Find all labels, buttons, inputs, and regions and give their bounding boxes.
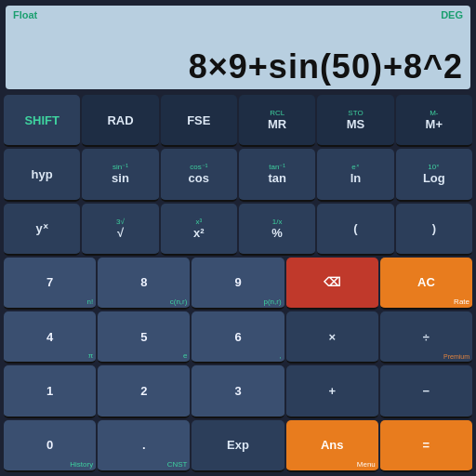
yx-button[interactable]: yˣ xyxy=(4,204,80,256)
hyp-button[interactable]: hyp xyxy=(4,149,80,201)
x2-button[interactable]: x³ x² xyxy=(161,204,237,256)
6-button[interactable]: 6 , xyxy=(192,311,284,364)
backspace-button[interactable]: ⌫ xyxy=(286,258,378,310)
button-row-3: yˣ 3√ √ x³ x² 1/x % ( ) xyxy=(4,204,472,256)
ans-button[interactable]: Ans Menu xyxy=(286,420,378,472)
float-label: Float xyxy=(13,9,37,20)
subtract-button[interactable]: − xyxy=(380,365,472,417)
log-button[interactable]: 10ˣ Log xyxy=(396,149,472,201)
ln-button[interactable]: eˣ ln xyxy=(317,149,393,201)
button-row-1: SHIFT RAD FSE RCL MR STO MS M- M+ xyxy=(4,95,472,147)
ac-button[interactable]: AC Rate xyxy=(380,258,472,310)
fse-button[interactable]: FSE xyxy=(161,95,237,147)
button-row-5: 4 π 5 e 6 , × ÷ Premium xyxy=(4,311,472,364)
divide-button[interactable]: ÷ Premium xyxy=(380,311,472,364)
3-button[interactable]: 3 xyxy=(192,365,284,417)
0-button[interactable]: 0 History xyxy=(4,420,96,472)
exp-button[interactable]: Exp xyxy=(192,420,284,472)
cos-button[interactable]: cos⁻¹ cos xyxy=(161,149,237,201)
display-area: Float DEG 8×9+sin(50)+8^2 xyxy=(6,6,470,89)
mr-button[interactable]: RCL MR xyxy=(239,95,315,147)
equals-button[interactable]: = xyxy=(380,420,472,472)
2-button[interactable]: 2 xyxy=(98,365,190,417)
multiply-button[interactable]: × xyxy=(286,311,378,364)
button-row-7: 0 History . CNST Exp Ans Menu = xyxy=(4,420,472,472)
8-button[interactable]: 8 c(n,r) xyxy=(98,258,190,310)
button-row-4: 7 n! 8 c(n,r) 9 p(n,r) ⌫ AC Rate xyxy=(4,258,472,310)
sin-button[interactable]: sin⁻¹ sin xyxy=(82,149,158,201)
calculator: Float DEG 8×9+sin(50)+8^2 SHIFT RAD FSE … xyxy=(0,0,476,476)
lparen-button[interactable]: ( xyxy=(317,204,393,256)
add-button[interactable]: + xyxy=(286,365,378,417)
7-button[interactable]: 7 n! xyxy=(4,258,96,310)
1-button[interactable]: 1 xyxy=(4,365,96,417)
display-top-row: Float DEG xyxy=(13,9,463,20)
deg-label: DEG xyxy=(441,9,463,20)
5-button[interactable]: 5 e xyxy=(98,311,190,364)
percent-button[interactable]: 1/x % xyxy=(239,204,315,256)
buttons-area: SHIFT RAD FSE RCL MR STO MS M- M+ xyxy=(0,93,476,476)
mplus-button[interactable]: M- M+ xyxy=(396,95,472,147)
button-row-6: 1 2 3 + − xyxy=(4,365,472,417)
9-button[interactable]: 9 p(n,r) xyxy=(192,258,284,310)
ms-button[interactable]: STO MS xyxy=(317,95,393,147)
dot-button[interactable]: . CNST xyxy=(98,420,190,472)
rparen-button[interactable]: ) xyxy=(396,204,472,256)
shift-button[interactable]: SHIFT xyxy=(4,95,80,147)
sqrt-button[interactable]: 3√ √ xyxy=(82,204,158,256)
display-expression: 8×9+sin(50)+8^2 xyxy=(13,48,463,86)
button-row-2: hyp sin⁻¹ sin cos⁻¹ cos tan⁻¹ tan eˣ ln … xyxy=(4,149,472,201)
tan-button[interactable]: tan⁻¹ tan xyxy=(239,149,315,201)
rad-button[interactable]: RAD xyxy=(82,95,158,147)
4-button[interactable]: 4 π xyxy=(4,311,96,364)
